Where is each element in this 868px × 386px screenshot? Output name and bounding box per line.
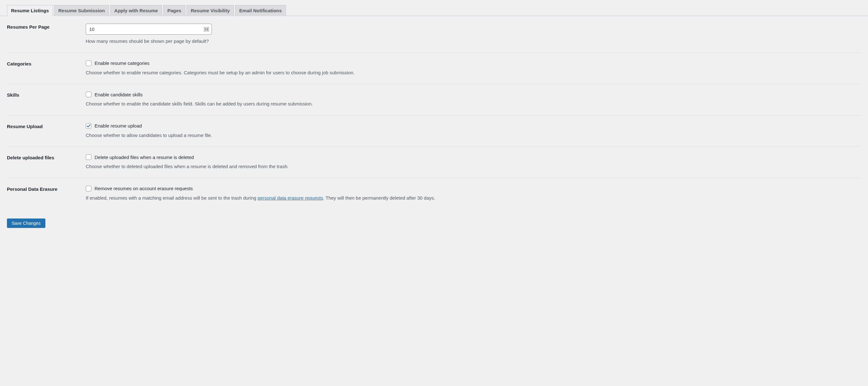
svg-rect-6 xyxy=(207,30,208,31)
checkbox-enable-categories[interactable] xyxy=(86,61,91,66)
description-delete-uploaded: Choose whether to deleted uploaded files… xyxy=(86,163,861,170)
label-resumes-per-page: Resumes Per Page xyxy=(7,24,86,30)
checkbox-row-categories: Enable resume categories xyxy=(86,61,861,66)
resumes-per-page-input[interactable] xyxy=(86,24,212,35)
row-categories: Categories Enable resume categories Choo… xyxy=(7,53,861,84)
field-personal-data-erasure: Remove resumes on account erasure reques… xyxy=(86,186,861,202)
label-personal-data-erasure: Personal Data Erasure xyxy=(7,186,86,192)
label-delete-uploaded: Delete uploaded files xyxy=(7,154,86,160)
checkbox-label-delete-uploaded[interactable]: Delete uploaded files when a resume is d… xyxy=(95,154,194,160)
description-resumes-per-page: How many resumes should be shown per pag… xyxy=(86,38,861,45)
label-skills: Skills xyxy=(7,92,86,98)
label-categories: Categories xyxy=(7,61,86,66)
row-delete-uploaded: Delete uploaded files Delete uploaded fi… xyxy=(7,147,861,178)
checkbox-label-resume-upload[interactable]: Enable resume upload xyxy=(95,123,142,129)
checkbox-delete-uploaded[interactable] xyxy=(86,154,91,160)
checkbox-label-erasure[interactable]: Remove resumes on account erasure reques… xyxy=(95,186,193,191)
settings-tabs: Resume Listings Resume Submission Apply … xyxy=(0,0,868,16)
description-skills: Choose whether to enable the candidate s… xyxy=(86,100,861,108)
checkbox-remove-resumes-erasure[interactable] xyxy=(86,186,91,191)
tab-resume-visibility[interactable]: Resume Visibility xyxy=(187,5,234,16)
field-skills: Enable candidate skills Choose whether t… xyxy=(86,92,861,108)
field-categories: Enable resume categories Choose whether … xyxy=(86,61,861,76)
row-skills: Skills Enable candidate skills Choose wh… xyxy=(7,84,861,115)
tab-email-notifications[interactable]: Email Notifications xyxy=(235,5,286,16)
label-resume-upload: Resume Upload xyxy=(7,123,86,129)
checkbox-row-skills: Enable candidate skills xyxy=(86,92,861,97)
save-changes-button[interactable]: Save Changes xyxy=(7,218,45,228)
tab-pages[interactable]: Pages xyxy=(163,5,185,16)
checkbox-row-erasure: Remove resumes on account erasure reques… xyxy=(86,186,861,191)
checkbox-label-skills[interactable]: Enable candidate skills xyxy=(95,92,143,97)
svg-rect-4 xyxy=(207,28,208,29)
description-erasure-before: If enabled, resumes with a matching emai… xyxy=(86,195,257,201)
field-resume-upload: Enable resume upload Choose whether to a… xyxy=(86,123,861,139)
svg-rect-3 xyxy=(205,30,206,31)
row-personal-data-erasure: Personal Data Erasure Remove resumes on … xyxy=(7,178,861,209)
checkbox-enable-resume-upload[interactable] xyxy=(86,123,91,129)
svg-rect-2 xyxy=(205,29,206,30)
number-input-wrapper xyxy=(86,24,212,35)
tab-resume-listings[interactable]: Resume Listings xyxy=(7,5,53,16)
checkbox-row-delete-uploaded: Delete uploaded files when a resume is d… xyxy=(86,154,861,160)
number-spinner-icon[interactable] xyxy=(204,27,209,32)
svg-rect-1 xyxy=(205,28,206,29)
tab-apply-with-resume[interactable]: Apply with Resume xyxy=(110,5,162,16)
row-resume-upload: Resume Upload Enable resume upload Choos… xyxy=(7,115,861,147)
checkbox-label-categories[interactable]: Enable resume categories xyxy=(95,61,149,66)
field-resumes-per-page: How many resumes should be shown per pag… xyxy=(86,24,861,45)
checkbox-enable-skills[interactable] xyxy=(86,92,91,97)
row-resumes-per-page: Resumes Per Page How many resumes s xyxy=(7,16,861,53)
description-erasure: If enabled, resumes with a matching emai… xyxy=(86,195,861,202)
description-categories: Choose whether to enable resume categori… xyxy=(86,69,861,76)
link-personal-data-erasure-requests[interactable]: personal data erasure requests xyxy=(257,195,323,201)
tab-resume-submission[interactable]: Resume Submission xyxy=(54,5,109,16)
description-erasure-after: . They will then be permanently deleted … xyxy=(323,195,435,201)
checkbox-row-resume-upload: Enable resume upload xyxy=(86,123,861,129)
field-delete-uploaded: Delete uploaded files when a resume is d… xyxy=(86,154,861,170)
svg-rect-5 xyxy=(207,29,208,30)
description-resume-upload: Choose whether to allow candidates to up… xyxy=(86,132,861,139)
settings-content: Resumes Per Page How many resumes s xyxy=(0,16,868,235)
